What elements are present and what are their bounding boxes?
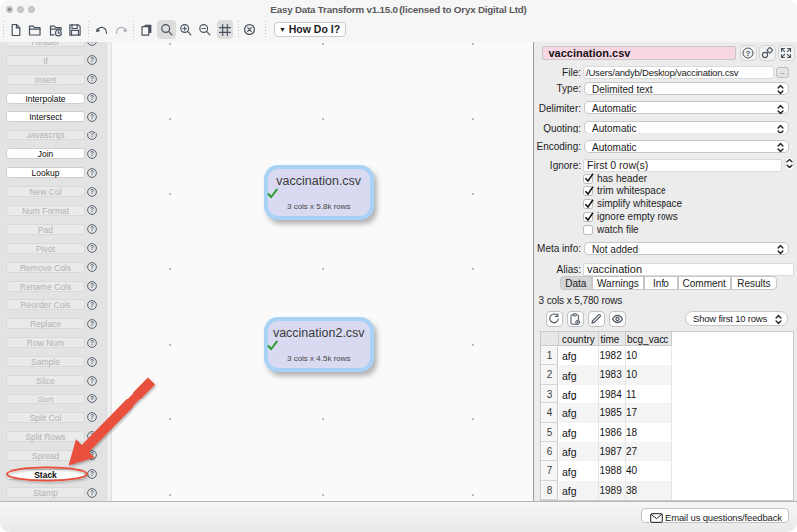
svg-text:?: ? (90, 94, 94, 101)
svg-text:?: ? (90, 263, 94, 270)
svg-text:?: ? (90, 56, 94, 63)
svg-text:?: ? (90, 132, 94, 138)
svg-text:?: ? (90, 207, 94, 214)
svg-text:?: ? (90, 301, 94, 308)
svg-text:?: ? (746, 48, 751, 57)
svg-text:?: ? (90, 113, 94, 120)
svg-text:?: ? (90, 320, 94, 327)
svg-text:?: ? (90, 282, 94, 289)
svg-text:?: ? (90, 244, 94, 251)
svg-text:?: ? (90, 150, 94, 157)
svg-text:?: ? (90, 226, 94, 233)
svg-text:?: ? (90, 75, 94, 82)
svg-text:?: ? (90, 339, 94, 346)
svg-text:?: ? (90, 188, 94, 195)
svg-text:?: ? (90, 169, 94, 176)
svg-text:?: ? (90, 42, 94, 45)
